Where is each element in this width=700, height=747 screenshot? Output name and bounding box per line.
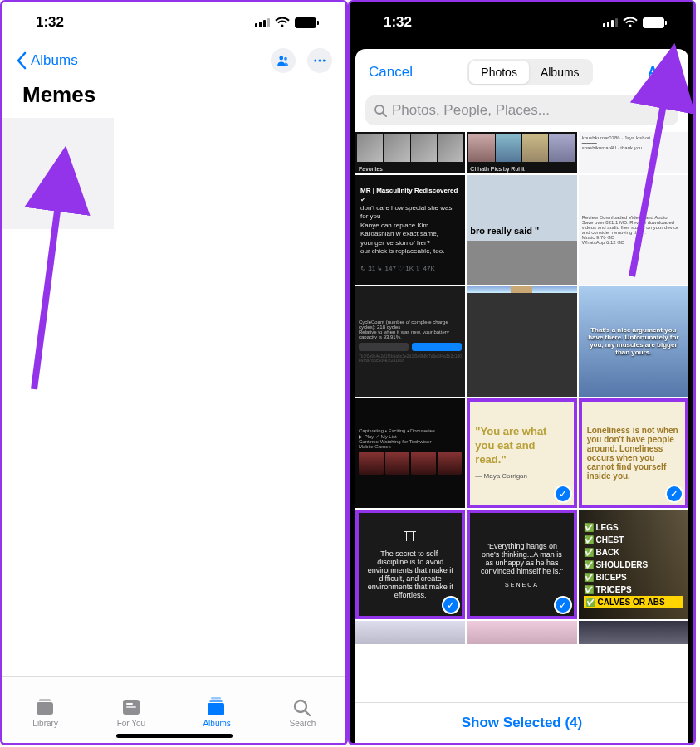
svg-rect-9 <box>126 703 133 705</box>
photo-thumbnail[interactable] <box>467 621 576 644</box>
svg-rect-7 <box>39 699 51 701</box>
chevron-left-icon <box>16 51 27 70</box>
album-title: Memes <box>2 79 345 118</box>
photo-thumbnail[interactable] <box>579 621 688 644</box>
segmented-control[interactable]: Photos Albums <box>467 59 592 85</box>
photo-thumbnail[interactable]: That's a nice argument you have there. U… <box>579 286 688 396</box>
shared-library-button[interactable] <box>271 48 296 73</box>
people-icon <box>276 53 291 68</box>
segment-photos[interactable]: Photos <box>469 61 529 84</box>
svg-rect-10 <box>126 706 136 708</box>
cellular-icon <box>255 18 270 27</box>
for-you-icon <box>120 697 143 717</box>
svg-point-4 <box>323 60 326 62</box>
photo-thumbnail[interactable]: LEGSCHESTBACKSHOULDERSBICEPSTRICEPSCALVE… <box>579 510 688 619</box>
photo-thumbnail[interactable]: khushkumar0786 · Jaya kishori▬▬▬shashiku… <box>579 132 688 173</box>
status-indicators: 66 <box>255 17 319 28</box>
svg-rect-12 <box>209 700 223 702</box>
tab-bar: Library For You Albums Search <box>2 676 345 743</box>
photo-thumbnail-selected[interactable]: Loneliness is not when you don't have pe… <box>579 398 688 508</box>
svg-line-17 <box>383 113 386 116</box>
tab-search[interactable]: Search <box>260 677 345 743</box>
home-indicator[interactable] <box>116 734 233 738</box>
svg-point-3 <box>319 60 321 62</box>
search-icon <box>374 104 387 117</box>
status-indicators: 66 <box>603 17 667 28</box>
cellular-icon <box>603 18 618 27</box>
photo-thumbnail-selected[interactable]: "You are what you eat and read."— Maya C… <box>467 398 576 508</box>
photo-thumbnail-selected[interactable]: ⛩ The secret to self-discipline is to av… <box>355 510 465 619</box>
svg-point-2 <box>314 60 316 62</box>
picker-header: Cancel Photos Albums Add <box>355 49 688 92</box>
checkmark-icon: ✓ <box>665 485 683 503</box>
add-photo-tile[interactable] <box>2 118 114 229</box>
photo-thumbnail[interactable] <box>467 286 576 396</box>
cancel-button[interactable]: Cancel <box>369 64 413 81</box>
status-time: 1:32 <box>384 14 412 31</box>
back-button[interactable]: Albums <box>16 51 78 70</box>
svg-rect-13 <box>211 697 221 700</box>
status-time: 1:32 <box>36 14 64 31</box>
wifi-icon <box>275 17 290 28</box>
show-selected-button[interactable]: Show Selected (4) <box>355 702 688 743</box>
tab-library[interactable]: Library <box>2 677 88 743</box>
photo-thumbnail[interactable]: Favorites <box>355 132 465 173</box>
wifi-icon <box>623 17 638 28</box>
nav-bar: Albums <box>2 42 345 79</box>
left-screenshot: 1:32 66 Albums Memes <box>0 0 348 745</box>
battery-icon: 66 <box>295 17 319 28</box>
checkmark-icon: ✓ <box>554 485 572 503</box>
library-icon <box>34 697 57 717</box>
status-bar: 1:32 66 <box>350 2 693 42</box>
segment-albums[interactable]: Albums <box>529 61 591 84</box>
albums-icon <box>205 697 228 717</box>
photo-thumbnail[interactable]: Chhath Pics by Rohit <box>467 132 576 173</box>
photo-thumbnail[interactable]: Captivating • Exciting • Docuseries ▶ Pl… <box>355 398 465 508</box>
search-field[interactable]: Photos, People, Places... <box>365 95 678 125</box>
battery-icon: 66 <box>643 17 667 28</box>
status-bar: 1:32 66 <box>2 2 345 42</box>
photo-thumbnail[interactable]: MR | Masculinity Rediscovered ✔don't car… <box>355 175 465 285</box>
svg-rect-6 <box>37 702 53 715</box>
photo-thumbnail[interactable]: CycleCount (number of complete charge cy… <box>355 286 465 396</box>
checkmark-icon: ✓ <box>554 596 572 614</box>
photo-thumbnail-selected[interactable]: "Everything hangs on one's thinking...A … <box>467 510 576 619</box>
photo-thumbnail[interactable] <box>355 621 465 644</box>
svg-point-0 <box>279 56 283 61</box>
svg-rect-11 <box>208 703 224 715</box>
ellipsis-icon <box>312 53 327 68</box>
photo-picker-sheet: Cancel Photos Albums Add Photos, People,… <box>355 49 688 743</box>
search-icon <box>291 697 314 717</box>
photo-thumbnail[interactable]: bro really said " <box>467 175 576 285</box>
svg-line-15 <box>305 710 310 715</box>
photo-thumbnail[interactable]: Review Downloaded Videos and Audio Save … <box>579 175 688 285</box>
search-placeholder: Photos, People, Places... <box>392 102 550 119</box>
plus-icon <box>46 161 71 186</box>
back-label: Albums <box>31 52 78 69</box>
svg-point-1 <box>284 57 287 61</box>
more-button[interactable] <box>307 48 332 73</box>
photo-grid[interactable]: Favorites Chhath Pics by Rohit khushkuma… <box>355 132 688 702</box>
right-screenshot: 1:32 66 Cancel Photos Albums Add Photos,… <box>348 0 696 745</box>
add-button[interactable]: Add <box>648 64 675 81</box>
